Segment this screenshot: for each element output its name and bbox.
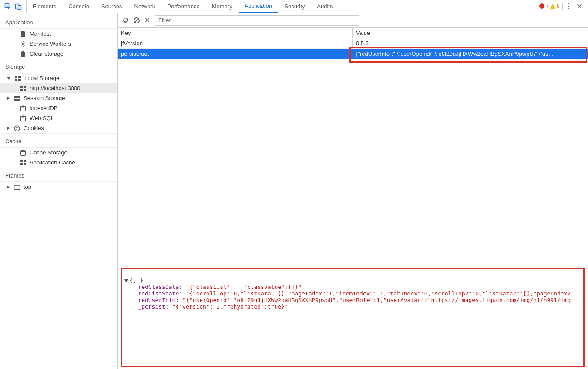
svg-point-21 <box>16 129 17 130</box>
value-detail-pane[interactable]: ▼{,…} redClassData: "{"classList":[],"cl… <box>118 265 588 369</box>
cell-key: persist:root <box>118 50 353 58</box>
application-sidebar: Application Manifest Service Workers Cle… <box>0 13 118 369</box>
sidebar-label: http://localhost:3000 <box>30 85 80 91</box>
cell-value: {"redUserInfo":"{\"userOpenid\":\"o8lZ9u… <box>353 50 588 58</box>
chevron-down-icon[interactable]: ▼ <box>124 277 128 284</box>
section-application: Application <box>0 15 117 29</box>
status-counters[interactable]: 7 8 <box>539 3 563 10</box>
storage-toolbar: ✕ <box>118 13 588 28</box>
tab-memory[interactable]: Memory <box>206 0 239 13</box>
inspect-icon[interactable] <box>4 3 11 10</box>
warning-icon <box>550 4 555 9</box>
svg-point-18 <box>14 126 20 131</box>
tab-application[interactable]: Application <box>239 0 279 13</box>
sidebar-label: Service Workers <box>30 40 71 47</box>
tab-console[interactable]: Console <box>62 0 95 13</box>
tab-sources[interactable]: Sources <box>95 0 128 13</box>
sidebar-item-application-cache[interactable]: Application Cache <box>0 158 117 168</box>
detail-reduserinfo: "{"userOpenid":"o8lZ9uJjHXWw2oaHBgSXXnP9… <box>182 297 571 303</box>
tab-security[interactable]: Security <box>278 0 311 13</box>
detail-persist: "{"version":-1,"rehydrated":true}" <box>172 303 288 310</box>
sidebar-item-cookies[interactable]: Cookies <box>0 123 117 133</box>
svg-rect-2 <box>18 5 21 9</box>
devtools-tabbar: Elements Console Sources Network Perform… <box>0 0 588 13</box>
svg-rect-15 <box>17 99 20 101</box>
tab-network[interactable]: Network <box>128 0 161 13</box>
grid-icon <box>14 95 20 101</box>
sidebar-item-websql[interactable]: Web SQL <box>0 113 117 123</box>
svg-rect-12 <box>14 96 17 98</box>
svg-rect-6 <box>15 79 17 81</box>
cookie-icon <box>14 125 20 131</box>
sidebar-label: Session Storage <box>24 95 65 101</box>
database-icon <box>20 105 26 111</box>
filter-input[interactable] <box>155 15 359 26</box>
svg-rect-26 <box>24 163 26 165</box>
svg-rect-7 <box>18 79 21 81</box>
svg-rect-4 <box>15 76 17 78</box>
table-body[interactable]: jfVersion 0.5.6 persist:root {"redUserIn… <box>118 38 588 265</box>
content-pane: ✕ Key Value jfVersion 0.5.6 persist:root… <box>118 13 588 369</box>
sidebar-item-local-storage-origin[interactable]: http://localhost:3000 <box>0 83 117 93</box>
refresh-icon[interactable] <box>122 17 129 24</box>
svg-point-17 <box>20 115 26 117</box>
database-icon <box>20 150 26 156</box>
trash-icon <box>20 51 26 57</box>
sidebar-item-manifest[interactable]: Manifest <box>0 29 117 39</box>
detail-redclassdata: "{"classList":[],"classValue":[]}" <box>186 284 302 290</box>
annotation-highlight <box>121 268 585 367</box>
svg-rect-10 <box>20 89 23 91</box>
svg-point-16 <box>20 105 26 107</box>
svg-rect-24 <box>24 160 26 162</box>
error-count-value: 7 <box>546 3 549 9</box>
chevron-right-icon <box>7 185 10 189</box>
svg-point-22 <box>20 150 26 152</box>
header-value[interactable]: Value <box>353 28 588 38</box>
header-key[interactable]: Key <box>118 28 353 38</box>
svg-point-20 <box>17 127 18 128</box>
close-devtools-icon[interactable]: ✕ <box>576 2 583 11</box>
sidebar-item-indexeddb[interactable]: IndexedDB <box>0 103 117 113</box>
document-icon <box>20 31 26 37</box>
svg-rect-5 <box>18 76 21 78</box>
gear-icon <box>20 41 26 47</box>
tab-audits[interactable]: Audits <box>311 0 339 13</box>
table-header: Key Value <box>118 28 588 38</box>
tabbar-left-icons <box>3 0 27 13</box>
chevron-right-icon <box>7 127 10 130</box>
sidebar-label: IndexedDB <box>30 105 57 111</box>
svg-point-19 <box>16 127 17 128</box>
block-icon[interactable] <box>133 17 140 24</box>
device-toggle-icon[interactable] <box>15 3 22 10</box>
tabbar-right-icons: ⋮ ✕ <box>563 2 585 11</box>
svg-rect-8 <box>20 86 23 88</box>
section-cache: Cache <box>0 133 117 148</box>
grid-icon <box>15 75 21 81</box>
chevron-down-icon <box>7 77 10 80</box>
svg-rect-13 <box>17 96 20 98</box>
tab-performance[interactable]: Performance <box>161 0 205 13</box>
cell-key: jfVersion <box>118 39 353 47</box>
chevron-right-icon <box>7 97 10 100</box>
sidebar-label: Application Cache <box>30 159 75 166</box>
warning-count: 8 <box>550 3 560 9</box>
sidebar-item-clear-storage[interactable]: Clear storage <box>0 49 117 59</box>
svg-rect-9 <box>24 86 26 88</box>
svg-line-30 <box>135 18 138 22</box>
grid-icon <box>20 160 26 166</box>
sidebar-item-frames-top[interactable]: top <box>0 182 117 192</box>
clear-icon[interactable]: ✕ <box>144 16 150 24</box>
error-count: 7 <box>539 3 549 9</box>
svg-rect-27 <box>14 184 20 189</box>
tab-elements[interactable]: Elements <box>27 0 62 13</box>
sidebar-item-service-workers[interactable]: Service Workers <box>0 39 117 49</box>
sidebar-item-cache-storage[interactable]: Cache Storage <box>0 148 117 158</box>
svg-rect-25 <box>20 163 23 165</box>
sidebar-item-local-storage[interactable]: Local Storage <box>0 73 117 83</box>
error-icon <box>539 3 544 9</box>
sidebar-item-session-storage[interactable]: Session Storage <box>0 93 117 103</box>
cell-value: 0.5.6 <box>353 39 588 47</box>
main-area: Application Manifest Service Workers Cle… <box>0 13 588 369</box>
more-menu-icon[interactable]: ⋮ <box>565 2 572 10</box>
sidebar-label: Clear storage <box>30 50 64 57</box>
